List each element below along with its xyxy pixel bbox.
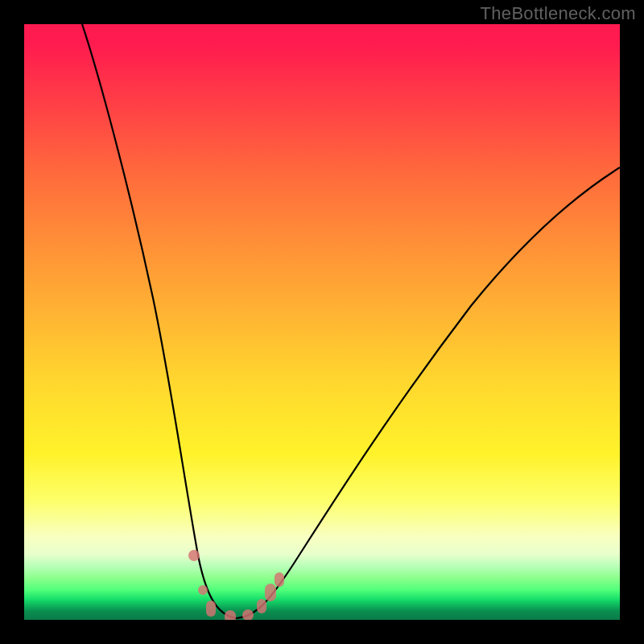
marker-right-lower xyxy=(257,599,266,613)
marker-right-top xyxy=(275,572,284,587)
marker-left-upper xyxy=(188,550,200,561)
marker-left-lower xyxy=(198,585,208,595)
plot-area xyxy=(24,24,620,620)
marker-bottom-2 xyxy=(225,610,236,620)
curve-left-branch xyxy=(82,24,237,618)
marker-bottom-1 xyxy=(206,601,216,617)
watermark-text: TheBottleneck.com xyxy=(481,3,636,24)
curve-svg xyxy=(24,24,620,620)
curve-right-branch xyxy=(237,167,620,618)
marker-bottom-3 xyxy=(242,609,254,620)
marker-right-upper xyxy=(265,584,276,601)
chart-frame: TheBottleneck.com xyxy=(0,0,644,644)
